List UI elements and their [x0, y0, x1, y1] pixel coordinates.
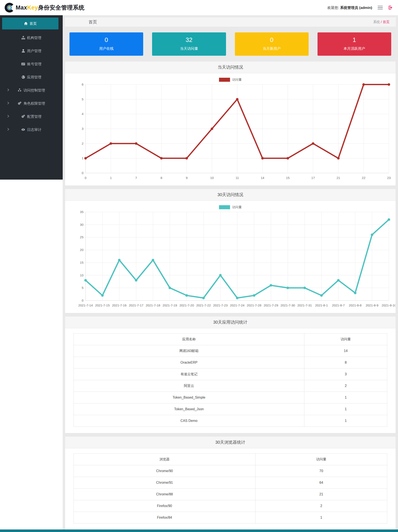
column-header: 访问量 [255, 454, 387, 465]
stat-label: 当天访问量 [152, 46, 226, 51]
legend-label: 访问量 [232, 205, 242, 209]
sidebar-item-home[interactable]: 首页 [2, 18, 58, 29]
sidebar-item-users[interactable]: 用户管理 [0, 44, 63, 57]
table-row: Token_Based_Json1 [74, 403, 387, 415]
hamburger-icon[interactable] [378, 6, 383, 10]
browser-stats-table: 浏览器 访问量 Chrome/9070 Chrome/9164 Chrome/8… [74, 453, 387, 524]
svg-text:2021-7-15: 2021-7-15 [95, 304, 109, 307]
svg-text:6: 6 [82, 82, 83, 86]
breadcrumb-root: 系统 [373, 20, 380, 24]
visit-count-cell: 70 [255, 465, 387, 477]
browser-name-cell: Firefox/84 [74, 512, 255, 524]
browser-name-cell: Chrome/88 [74, 488, 255, 500]
svg-text:10: 10 [80, 273, 83, 277]
breadcrumb-separator: / [381, 20, 382, 24]
legend-swatch [219, 78, 230, 82]
visit-count-cell: 2 [255, 500, 387, 512]
sidebar-item-label: 角色权限管理 [24, 101, 45, 106]
user-icon [21, 49, 25, 53]
visit-count-cell: 2 [304, 380, 387, 392]
svg-text:4: 4 [82, 112, 83, 116]
panel-title: 30天应用访问统计 [65, 317, 396, 328]
svg-text:3: 3 [82, 127, 83, 130]
visit-count-cell: 1 [304, 415, 387, 427]
sidebar-item-access-control[interactable]: 访问控制管理 [0, 84, 63, 97]
app-name-cell: CAS Demo [74, 415, 304, 427]
svg-text:2021-7-17: 2021-7-17 [129, 304, 143, 307]
sidebar-item-config[interactable]: 配置管理 [0, 110, 63, 123]
footer-bar [0, 529, 398, 532]
sidebar-item-audit[interactable]: 日志审计 [0, 123, 63, 136]
table-row: Chrome/9070 [74, 465, 387, 477]
svg-text:2021-8-1: 2021-8-1 [315, 304, 328, 307]
svg-text:20: 20 [80, 248, 83, 252]
30day-visits-line-chart: 051015202530352021-7-142021-7-152021-7-1… [65, 210, 396, 311]
sidebar-item-label: 首页 [30, 21, 37, 26]
table-row: CAS Demo1 [74, 415, 387, 427]
stat-value: 32 [152, 37, 226, 43]
panel-app-stats: 30天应用访问统计 应用名称 访问量 网易163邮箱14 OracleERP8 … [65, 316, 396, 433]
table-header-row: 应用名称 访问量 [74, 334, 387, 345]
panel-title: 当天访问情况 [65, 61, 396, 73]
svg-text:23: 23 [387, 176, 391, 180]
svg-text:15: 15 [286, 176, 290, 180]
svg-text:2021-7-19: 2021-7-19 [163, 304, 177, 307]
chart-legend[interactable]: 访问量 [65, 77, 396, 82]
chevron-right-icon [6, 89, 9, 91]
sidebar-item-label: 访问控制管理 [24, 88, 45, 93]
app-name-cell: Token_Based_Simple [74, 392, 304, 403]
breadcrumb-current-link[interactable]: 首页 [383, 20, 390, 24]
table-row: Firefox/841 [74, 512, 387, 524]
chevron-right-icon [6, 115, 9, 118]
svg-text:0: 0 [82, 171, 83, 175]
panel-today-visits: 当天访问情况 访问量 0123456017891011141517212223 [65, 61, 396, 186]
panel-title: 30天浏览器统计 [65, 437, 396, 448]
svg-text:2021-8-9: 2021-8-9 [366, 304, 378, 307]
stat-label: 当月新用户 [235, 46, 309, 51]
panel-title: 30天访问情况 [65, 189, 396, 201]
stat-card-month-active-users: 1 本月活跃用户 [317, 32, 391, 56]
svg-text:2021-7-30: 2021-7-30 [280, 304, 295, 307]
panel-browser-stats: 30天浏览器统计 浏览器 访问量 Chrome/9070 Chrome/9164… [65, 436, 396, 530]
svg-text:2021-7-22: 2021-7-22 [196, 304, 211, 307]
svg-text:1: 1 [82, 156, 83, 160]
sidebar-item-label: 日志审计 [27, 127, 42, 132]
chart-legend[interactable]: 访问量 [65, 205, 396, 209]
app-name-cell: OracleERP [74, 357, 304, 368]
chevron-right-icon [6, 128, 9, 131]
svg-text:22: 22 [362, 176, 365, 180]
sidebar-item-accounts[interactable]: 账号管理 [0, 57, 63, 70]
table-row: OracleERP8 [74, 357, 387, 368]
visit-count-cell: 14 [304, 345, 387, 357]
page-title: 首页 [88, 19, 97, 25]
breadcrumb: 首页 系统 / 首页 [65, 17, 396, 27]
stat-card-month-new-users: 0 当月新用户 [235, 32, 309, 56]
app-title: MaxKey身份安全管理系统 [16, 4, 84, 12]
svg-text:2021-7-28: 2021-7-28 [247, 304, 261, 307]
visit-count-cell: 1 [304, 392, 387, 403]
visit-count-cell: 8 [304, 357, 387, 368]
maxkey-dashboard: MaxKey身份安全管理系统 欢迎您: 系统管理员 (admin) 首页 [0, 0, 398, 532]
stat-label: 用户在线 [69, 46, 143, 51]
sidebar-item-label: 配置管理 [27, 114, 42, 119]
sidebar-item-apps[interactable]: 应用管理 [0, 70, 63, 84]
panel-30day-visits: 30天访问情况 访问量 051015202530352021-7-142021-… [65, 189, 396, 313]
sitemap-icon [21, 36, 25, 40]
column-header: 访问量 [304, 334, 387, 345]
svg-text:2021-7-18: 2021-7-18 [146, 304, 160, 307]
stat-card-users-online: 0 用户在线 [69, 32, 143, 56]
sidebar-item-roles[interactable]: 角色权限管理 [0, 97, 63, 110]
sidebar-item-org[interactable]: 机构管理 [0, 31, 63, 44]
app-name-cell: Token_Based_Json [74, 403, 304, 415]
svg-text:2021-7-24: 2021-7-24 [230, 304, 244, 307]
cubes-icon [18, 88, 22, 92]
table-row: Token_Based_Simple1 [74, 392, 387, 403]
svg-text:11: 11 [235, 176, 239, 180]
svg-text:9: 9 [186, 176, 187, 180]
logout-icon[interactable] [388, 5, 393, 10]
svg-text:2021-7-16: 2021-7-16 [112, 304, 126, 307]
sidebar-item-label: 机构管理 [27, 35, 42, 40]
id-card-icon [21, 62, 25, 66]
svg-text:30: 30 [80, 223, 83, 226]
svg-text:2021-7-14: 2021-7-14 [78, 304, 93, 307]
